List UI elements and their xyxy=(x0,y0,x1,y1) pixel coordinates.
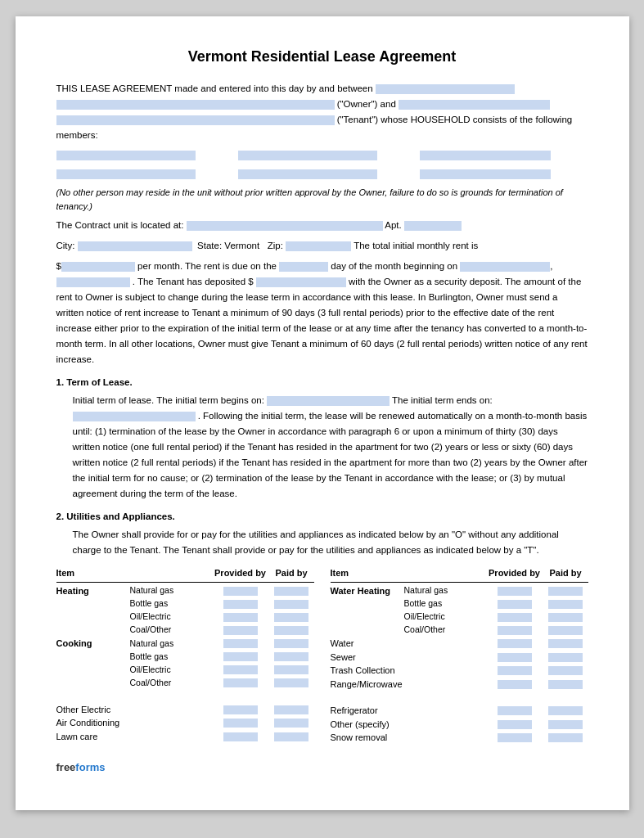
lawn-care-paid[interactable] xyxy=(269,732,314,741)
other-electric-provided[interactable] xyxy=(212,705,269,714)
heating-ng-provided[interactable] xyxy=(212,587,269,596)
cooking-row: Cooking Natural gas xyxy=(56,637,314,651)
snow-removal-paid[interactable] xyxy=(543,733,588,742)
cooking-bg-paid[interactable] xyxy=(269,652,314,661)
ac-provided[interactable] xyxy=(212,719,269,728)
water-paid[interactable] xyxy=(543,639,588,648)
sewer-paid[interactable] xyxy=(543,653,588,662)
wh-oe-provided[interactable] xyxy=(486,613,543,622)
wh-bg-provided[interactable] xyxy=(486,600,543,609)
deposit-amount-input[interactable] xyxy=(256,277,346,287)
right-spacer-row xyxy=(331,691,588,704)
due-day-input[interactable] xyxy=(279,262,328,272)
util-left-header: Item Provided by Paid by xyxy=(56,566,314,583)
cooking-bg-provided[interactable] xyxy=(212,652,269,661)
wh-bg-paid[interactable] xyxy=(543,600,588,609)
members-row xyxy=(56,148,588,162)
other-specify-paid[interactable] xyxy=(543,720,588,729)
other-electric-label: Other Electric xyxy=(56,703,130,717)
heating-row: Heating Natural gas xyxy=(56,584,314,598)
wh-co-paid[interactable] xyxy=(543,626,588,635)
other-specify-provided[interactable] xyxy=(486,720,543,729)
wh-bottle-gas: Bottle gas xyxy=(404,597,486,610)
member6-field[interactable] xyxy=(420,169,551,179)
air-conditioning-row: Air Conditioning xyxy=(56,716,314,730)
wh-oe-paid[interactable] xyxy=(543,613,588,622)
heating-bg-paid[interactable] xyxy=(269,600,314,609)
util-right-header: Item Provided by Paid by xyxy=(331,566,588,583)
beginning-date-input[interactable] xyxy=(460,262,550,272)
apt-label: Apt. xyxy=(385,220,401,230)
heating-co-provided[interactable] xyxy=(212,626,269,635)
left-header-provided: Provided by xyxy=(212,566,269,580)
member2-field[interactable] xyxy=(238,151,377,160)
start-date-input[interactable] xyxy=(56,277,130,287)
section-2-heading: Utilities and Appliances. xyxy=(66,511,175,521)
owner-label: ("Owner") and xyxy=(337,99,399,109)
term-ends-label: The initial term ends on: xyxy=(392,395,493,405)
water-provided[interactable] xyxy=(486,639,543,648)
owner-name-input2[interactable] xyxy=(56,100,335,110)
apt-input[interactable] xyxy=(404,221,462,231)
wh-bottle-row: Bottle gas xyxy=(331,597,588,610)
range-microwave-provided[interactable] xyxy=(486,680,543,689)
member-input-3 xyxy=(420,148,588,162)
section-1-heading: Term of Lease. xyxy=(66,377,132,387)
wh-ng-paid[interactable] xyxy=(543,587,588,596)
cooking-ng-paid[interactable] xyxy=(269,639,314,648)
heating-co-paid[interactable] xyxy=(269,626,314,635)
city-input[interactable] xyxy=(78,241,192,251)
term-ends-input[interactable] xyxy=(73,412,196,421)
tenant-name-input[interactable] xyxy=(56,115,335,125)
trash-provided[interactable] xyxy=(486,666,543,675)
brand-footer: freeforms xyxy=(56,759,588,776)
wh-co-provided[interactable] xyxy=(486,626,543,635)
heating-oe-paid[interactable] xyxy=(269,613,314,622)
section-1-num: 1. xyxy=(56,377,65,387)
rent-amount-input[interactable] xyxy=(61,262,135,272)
cooking-oe-provided[interactable] xyxy=(212,665,269,674)
trash-paid[interactable] xyxy=(543,666,588,675)
refrigerator-paid[interactable] xyxy=(543,706,588,715)
zip-input[interactable] xyxy=(286,241,351,251)
heating-ng-paid[interactable] xyxy=(269,587,314,596)
co-owner-input[interactable] xyxy=(399,100,550,110)
rent-block: $ per month. The rent is due on the day … xyxy=(56,259,588,367)
wh-ng-provided[interactable] xyxy=(486,587,543,596)
cooking-ng-provided[interactable] xyxy=(212,639,269,648)
lawn-care-provided[interactable] xyxy=(212,732,269,741)
refrigerator-label: Refrigerator xyxy=(331,704,404,718)
ac-paid[interactable] xyxy=(269,719,314,728)
wh-coal-other: Coal/Other xyxy=(404,624,486,637)
sewer-provided[interactable] xyxy=(486,653,543,662)
range-microwave-paid[interactable] xyxy=(543,680,588,689)
section-1-body: . Following the initial term, the lease … xyxy=(73,411,588,498)
intro-line1: THIS LEASE AGREEMENT made and entered in… xyxy=(56,83,373,93)
section-2: 2. Utilities and Appliances. xyxy=(56,510,588,524)
member-input-4 xyxy=(56,167,225,181)
cooking-co-paid[interactable] xyxy=(269,678,314,687)
term-begins-input[interactable] xyxy=(267,396,390,406)
trash-label: Trash Collection xyxy=(331,664,404,678)
member1-field[interactable] xyxy=(56,151,196,160)
other-electric-paid[interactable] xyxy=(269,705,314,714)
sewer-label: Sewer xyxy=(331,651,404,665)
heating-oe-provided[interactable] xyxy=(212,613,269,622)
cooking-bottle-row: Bottle gas xyxy=(56,651,314,664)
right-header-paid: Paid by xyxy=(543,566,588,580)
refrigerator-provided[interactable] xyxy=(486,706,543,715)
snow-removal-provided[interactable] xyxy=(486,733,543,742)
cooking-co-provided[interactable] xyxy=(212,678,269,687)
member4-field[interactable] xyxy=(56,169,196,179)
heating-bg-provided[interactable] xyxy=(212,600,269,609)
member-input-5 xyxy=(238,167,407,181)
owner-name-input[interactable] xyxy=(376,84,515,94)
member5-field[interactable] xyxy=(238,169,377,179)
water-row: Water xyxy=(331,637,588,651)
day-label: day of the month beginning on xyxy=(331,261,460,271)
location-input[interactable] xyxy=(187,221,383,231)
cooking-bottle-gas: Bottle gas xyxy=(130,651,212,664)
section-1-text: Initial term of lease. The initial term … xyxy=(73,393,588,502)
member3-field[interactable] xyxy=(420,151,551,160)
cooking-oe-paid[interactable] xyxy=(269,665,314,674)
